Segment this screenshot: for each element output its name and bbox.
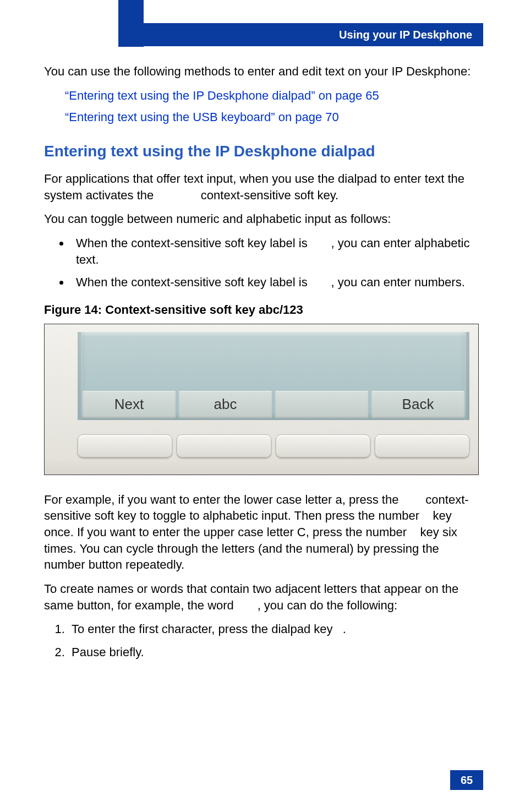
example-p2: To create names or words that contain tw… — [44, 581, 482, 613]
intro-paragraph: You can use the following methods to ent… — [44, 63, 482, 80]
hardware-button-row — [78, 434, 469, 456]
hw-button-3 — [276, 434, 370, 457]
steps-list: To enter the first character, press the … — [44, 621, 482, 660]
bullet-list: When the context-sensitive soft key labe… — [44, 235, 482, 291]
softkey-next: Next — [83, 391, 176, 418]
hw-button-1 — [78, 434, 172, 457]
figure-caption: Figure 14: Context-sensitive soft key ab… — [44, 302, 482, 318]
page-number: 65 — [450, 770, 483, 790]
bullet-alpha: When the context-sensitive soft key labe… — [70, 235, 482, 268]
page-number-value: 65 — [461, 774, 473, 787]
softkey-label-row: Next abc Back — [81, 389, 466, 420]
softkey-empty — [275, 391, 368, 418]
page: Using your IP Deskphone You can use the … — [0, 0, 525, 812]
figure-14: Next abc Back — [44, 324, 479, 475]
link-usb-keyboard[interactable]: “Entering text using the USB keyboard” o… — [65, 109, 482, 126]
content-area: You can use the following methods to ent… — [44, 63, 482, 667]
phone-screen: Next abc Back — [78, 332, 469, 420]
section-p1: For applications that offer text input, … — [44, 171, 482, 203]
hw-button-2 — [177, 434, 271, 457]
section-heading: Entering text using the IP Deskphone dia… — [44, 141, 482, 162]
softkey-abc: abc — [179, 391, 272, 418]
link-list: “Entering text using the IP Deskphone di… — [65, 88, 482, 126]
hw-button-4 — [375, 434, 469, 457]
header-title: Using your IP Deskphone — [339, 29, 472, 41]
header-bar: Using your IP Deskphone — [122, 23, 483, 46]
step-2: Pause briefly. — [68, 644, 482, 661]
bullet-numeric: When the context-sensitive soft key labe… — [70, 274, 482, 291]
link-dialpad[interactable]: “Entering text using the IP Deskphone di… — [65, 88, 482, 104]
softkey-back: Back — [371, 391, 464, 418]
section-p2: You can toggle between numeric and alpha… — [44, 211, 482, 227]
example-p1: For example, if you want to enter the lo… — [44, 492, 482, 573]
step-1: To enter the first character, press the … — [68, 621, 482, 637]
